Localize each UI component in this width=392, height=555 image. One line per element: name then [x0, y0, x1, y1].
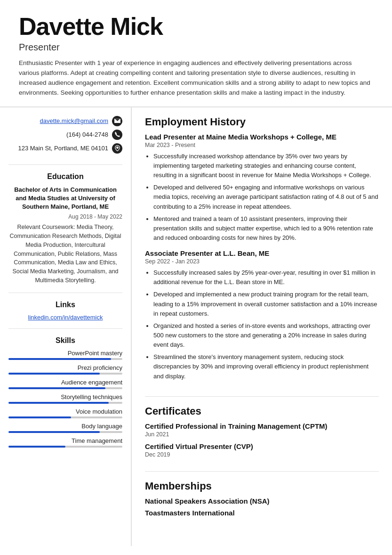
cert-date: Dec 2019	[145, 451, 379, 458]
linkedin-link[interactable]: linkedin.com/in/davettemick	[28, 314, 103, 321]
membership-entry: Toastmasters International	[145, 509, 379, 517]
skill-bar-fill	[8, 387, 105, 389]
job-bullet: Streamlined the store's inventory manage…	[153, 352, 379, 381]
skill-item: Audience engagement	[8, 379, 122, 389]
memberships-heading: Memberships	[145, 480, 379, 492]
phone-value: (164) 044-2748	[66, 131, 108, 138]
skill-item: PowerPoint mastery	[8, 350, 122, 360]
skill-item: Voice modulation	[8, 408, 122, 418]
certificates-heading: Certificates	[145, 405, 379, 417]
education-heading: Education	[8, 172, 122, 181]
job-date: Mar 2023 - Present	[145, 142, 379, 148]
cert-title: Certified Professional in Training Manag…	[145, 422, 379, 430]
job-bullet: Mentored and trained a team of 10 assist…	[153, 214, 379, 243]
sidebar: davette.mick@gmail.com (164) 044-2748 12…	[0, 107, 132, 546]
job-bullets: Successfully increased sales by 25% year…	[145, 268, 379, 381]
phone-icon	[112, 130, 122, 140]
email-icon	[112, 116, 122, 126]
certificates-list: Certified Professional in Training Manag…	[145, 422, 379, 458]
job-bullets: Successfully increased workshop attendan…	[145, 152, 379, 243]
job-bullet: Organized and hosted a series of in-stor…	[153, 321, 379, 350]
cert-entry: Certified Virtual Presenter (CVP) Dec 20…	[145, 442, 379, 458]
skill-item: Storytelling techniques	[8, 393, 122, 404]
job-entry: Lead Presenter at Maine Media Workshops …	[145, 133, 379, 243]
job-entry: Associate Presenter at L.L. Bean, ME Sep…	[145, 249, 379, 381]
job-bullet: Developed and implemented a new product …	[153, 290, 379, 318]
svg-point-0	[116, 147, 119, 149]
jobs-list: Lead Presenter at Maine Media Workshops …	[145, 133, 379, 381]
memberships-list: National Speakers Association (NSA)Toast…	[145, 497, 379, 517]
skill-bar-bg	[8, 402, 122, 404]
header: Davette Mick Presenter Enthusiastic Pres…	[0, 0, 392, 107]
linkedin-link-container: linkedin.com/in/davettemick	[8, 314, 122, 321]
education-courses: Relevant Coursework: Media Theory, Commu…	[8, 223, 122, 285]
email-link[interactable]: davette.mick@gmail.com	[40, 117, 108, 124]
skill-label: Prezi proficiency	[8, 364, 122, 371]
links-section: Links linkedin.com/in/davettemick	[8, 301, 122, 329]
skill-bar-bg	[8, 387, 122, 389]
skill-bar-fill	[8, 431, 100, 433]
job-date: Sep 2022 - Jan 2023	[145, 258, 379, 265]
certificates-section: Certificates Certified Professional in T…	[145, 405, 379, 472]
skill-bar-fill	[8, 358, 111, 360]
skill-label: Voice modulation	[8, 408, 122, 415]
skill-bar-bg	[8, 358, 122, 360]
employment-heading: Employment History	[145, 116, 379, 128]
skill-bar-bg	[8, 416, 122, 418]
address-value: 123 Main St, Portland, ME 04101	[18, 145, 108, 152]
contact-phone: (164) 044-2748	[8, 130, 122, 140]
cert-title: Certified Virtual Presenter (CVP)	[145, 442, 379, 450]
education-section: Education Bachelor of Arts in Communicat…	[8, 172, 122, 293]
job-title: Lead Presenter at Maine Media Workshops …	[145, 133, 379, 141]
skill-item: Prezi proficiency	[8, 364, 122, 375]
education-degree: Bachelor of Arts in Communication and Me…	[8, 186, 122, 212]
skill-label: Time management	[8, 437, 122, 444]
skill-item: Time management	[8, 437, 122, 448]
cert-date: Jun 2021	[145, 431, 379, 438]
candidate-title: Presenter	[19, 42, 373, 53]
skills-section: Skills PowerPoint mastery Prezi proficie…	[8, 336, 122, 459]
job-title: Associate Presenter at L.L. Bean, ME	[145, 249, 379, 257]
skill-bar-fill	[8, 373, 100, 375]
summary-text: Enthusiastic Presenter with 1 year of ex…	[19, 58, 373, 98]
job-bullet: Developed and delivered 50+ engaging and…	[153, 183, 379, 211]
skills-heading: Skills	[8, 336, 122, 345]
skill-label: Body language	[8, 423, 122, 430]
skill-label: PowerPoint mastery	[8, 350, 122, 357]
main-content: Employment History Lead Presenter at Mai…	[132, 107, 392, 546]
membership-entry: National Speakers Association (NSA)	[145, 497, 379, 505]
courses-label: Relevant Coursework:	[17, 224, 75, 230]
skill-bar-fill	[8, 446, 65, 448]
links-heading: Links	[8, 301, 122, 309]
education-date: Aug 2018 - May 2022	[8, 213, 122, 220]
employment-section: Employment History Lead Presenter at Mai…	[145, 116, 379, 397]
courses-list: Media Theory, Communication Research Met…	[10, 224, 121, 284]
contact-email: davette.mick@gmail.com	[8, 116, 122, 126]
job-bullet: Successfully increased workshop attendan…	[153, 152, 379, 180]
skill-label: Storytelling techniques	[8, 393, 122, 400]
job-bullet: Successfully increased sales by 25% year…	[153, 268, 379, 287]
skills-list: PowerPoint mastery Prezi proficiency Aud…	[8, 350, 122, 448]
body-layout: davette.mick@gmail.com (164) 044-2748 12…	[0, 107, 392, 546]
location-icon	[112, 143, 122, 154]
skill-item: Body language	[8, 423, 122, 433]
skill-bar-fill	[8, 402, 109, 404]
contact-address: 123 Main St, Portland, ME 04101	[8, 143, 122, 154]
memberships-section: Memberships National Speakers Associatio…	[145, 480, 379, 529]
candidate-name: Davette Mick	[19, 13, 373, 40]
skill-bar-bg	[8, 373, 122, 375]
skill-bar-bg	[8, 446, 122, 448]
skill-bar-fill	[8, 416, 71, 418]
contact-section: davette.mick@gmail.com (164) 044-2748 12…	[8, 116, 122, 165]
cert-entry: Certified Professional in Training Manag…	[145, 422, 379, 438]
skill-bar-bg	[8, 431, 122, 433]
skill-label: Audience engagement	[8, 379, 122, 386]
